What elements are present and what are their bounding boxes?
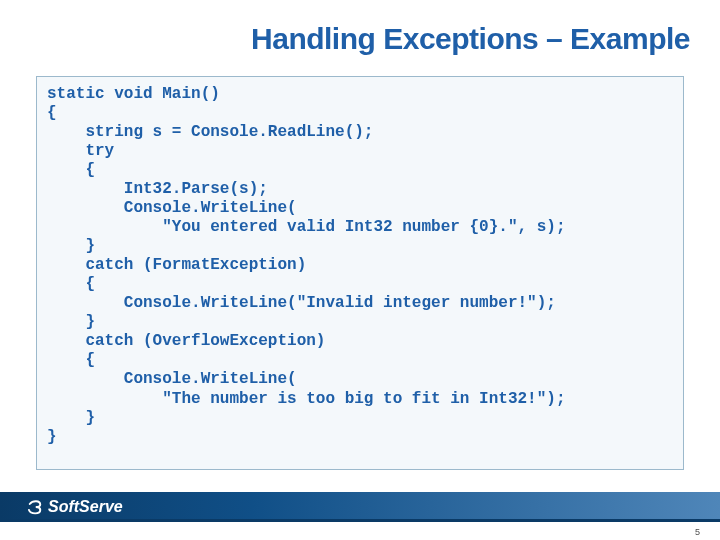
brand-text: SoftServe — [48, 498, 123, 516]
slide-title: Handling Exceptions – Example — [251, 22, 690, 56]
code-example-box: static void Main() { string s = Console.… — [36, 76, 684, 470]
brand: SoftServe — [26, 498, 123, 516]
footer-bar: SoftServe — [0, 492, 720, 522]
softserve-logo-icon — [26, 498, 44, 516]
code-content: static void Main() { string s = Console.… — [47, 85, 673, 447]
page-number: 5 — [695, 527, 700, 537]
